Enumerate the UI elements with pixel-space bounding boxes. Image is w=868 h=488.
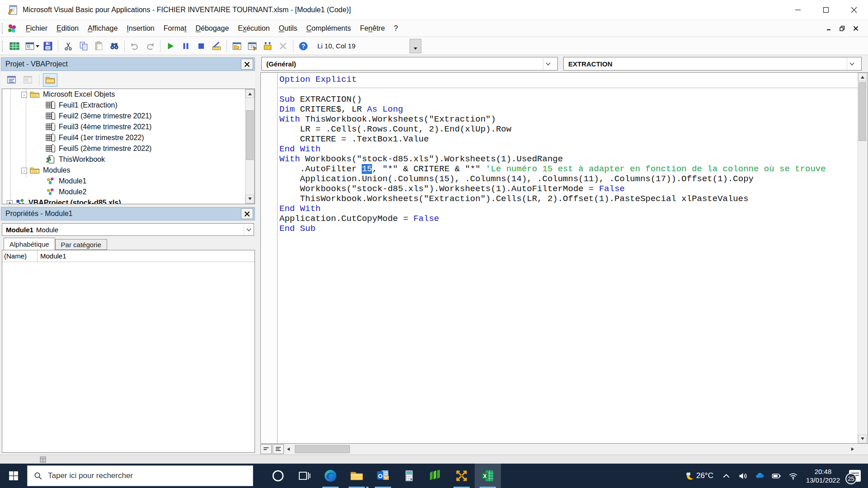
code-vertical-scrollbar[interactable] xyxy=(858,73,868,443)
scroll-up-arrow[interactable] xyxy=(858,73,867,81)
green-app-taskbar-button[interactable] xyxy=(422,464,448,488)
scroll-thumb[interactable] xyxy=(295,445,350,453)
onedrive-icon[interactable] xyxy=(751,464,768,488)
taskbar-clock[interactable]: 20:48 13/01/2022 xyxy=(802,467,844,484)
toolbar-overflow-dropdown[interactable] xyxy=(410,39,421,53)
excel-view-button[interactable] xyxy=(7,39,22,53)
tree-item-feuil3-4-me-trimestre-2021[interactable]: Feuil3 (4ème trimestre 2021) xyxy=(46,122,151,132)
insert-userform-button[interactable] xyxy=(22,39,38,53)
close-button[interactable] xyxy=(840,0,868,20)
code-line[interactable]: With ThisWorkbook.Worksheets("Extraction… xyxy=(279,114,858,124)
code-text[interactable]: Option Explicit Sub EXTRACTION()Dim CRIT… xyxy=(279,75,858,234)
tray-chevron-up-icon[interactable] xyxy=(718,464,735,488)
menu-fichier[interactable]: Fichier xyxy=(21,21,52,36)
code-line[interactable] xyxy=(279,84,858,94)
procedure-combo[interactable]: EXTRACTION xyxy=(563,57,862,70)
code-line[interactable]: CRITERE = .TextBox1.Value xyxy=(279,134,858,144)
break-button[interactable] xyxy=(178,39,193,53)
tree-item-thisworkbook[interactable]: ThisWorkbook xyxy=(46,154,105,165)
view-code-button[interactable] xyxy=(5,73,19,87)
taskbar-search[interactable] xyxy=(27,465,253,486)
code-horizontal-scrollbar[interactable] xyxy=(291,445,848,454)
collapse-box[interactable]: - xyxy=(21,168,27,174)
full-module-view-button[interactable] xyxy=(273,444,284,454)
undo-button[interactable] xyxy=(127,39,142,53)
menu-[interactable]: ? xyxy=(389,21,402,36)
collapse-box[interactable]: - xyxy=(21,92,27,98)
code-line[interactable]: Option Explicit xyxy=(279,75,858,84)
menu-outils[interactable]: Outils xyxy=(274,21,302,36)
toolbar-grip-2[interactable] xyxy=(2,41,4,52)
reset-button[interactable] xyxy=(193,39,209,53)
scroll-down-arrow[interactable] xyxy=(858,435,867,443)
project-panel-header[interactable]: Projet - VBAProject xyxy=(1,57,255,71)
procedure-view-button[interactable] xyxy=(260,444,272,454)
menu-complments[interactable]: Compléments xyxy=(302,21,355,36)
excel-taskbar-taskbar-button[interactable]: X xyxy=(475,464,501,488)
mdi-restore-button[interactable] xyxy=(835,23,849,34)
chevron-down-icon[interactable] xyxy=(847,57,857,70)
code-line[interactable]: End With xyxy=(279,204,858,214)
property-row[interactable]: (Name) Module1 xyxy=(2,250,255,262)
code-editor[interactable]: Option Explicit Sub EXTRACTION()Dim CRIT… xyxy=(260,72,868,444)
copy-button[interactable] xyxy=(76,39,91,53)
weather-icon[interactable] xyxy=(681,464,695,488)
file-explorer-taskbar-button[interactable] xyxy=(344,464,370,488)
help-button[interactable]: ? xyxy=(296,39,311,53)
tree-item-module2[interactable]: Module2 xyxy=(46,187,86,197)
find-button[interactable] xyxy=(107,39,122,53)
start-button[interactable] xyxy=(0,464,27,488)
outlook-taskbar-button[interactable]: O xyxy=(370,464,396,488)
search-input[interactable] xyxy=(48,471,229,480)
tree-item-modules[interactable]: -Modules xyxy=(21,165,70,176)
expand-box[interactable]: + xyxy=(7,200,13,205)
view-object-button[interactable] xyxy=(21,73,35,87)
project-explorer-button[interactable] xyxy=(229,39,245,53)
task-view-taskbar-button[interactable] xyxy=(291,464,317,488)
code-line[interactable]: LR = .Cells(.Rows.Count, 2).End(xlUp).Ro… xyxy=(279,124,858,134)
tree-item-feuil4-1er-trimestre-2022[interactable]: Feuil4 (1er trimestre 2022) xyxy=(46,132,144,143)
dropdown-arrow-icon[interactable] xyxy=(36,45,39,49)
tree-item-feuil1-extraction[interactable]: Feuil1 (Extraction) xyxy=(46,100,118,111)
tab-alphabetique[interactable]: Alphabétique xyxy=(4,238,55,250)
tree-item-vbaproject-stock-d85-xls[interactable]: +VBAProject (stock-d85.xls) xyxy=(7,197,121,204)
object-selector-dropdown[interactable]: Module1 Module xyxy=(2,223,254,236)
scroll-left-arrow[interactable] xyxy=(285,447,291,451)
toggle-folders-button[interactable] xyxy=(43,73,57,87)
scroll-right-arrow[interactable] xyxy=(848,447,857,451)
toolbar-grip[interactable] xyxy=(2,23,4,34)
mdi-close-button[interactable] xyxy=(849,23,863,34)
code-line[interactable]: Application.Union(.Columns(15), .Columns… xyxy=(279,174,858,184)
tree-item-microsoft-excel-objets[interactable]: -Microsoft Excel Objets xyxy=(21,89,115,100)
mdi-minimize-button[interactable] xyxy=(822,23,835,34)
menu-excution[interactable]: Exécution xyxy=(233,21,274,36)
menu-format[interactable]: Format xyxy=(159,21,191,36)
arrows-app-taskbar-button[interactable] xyxy=(448,464,475,488)
tab-par-categorie[interactable]: Par catégorie xyxy=(55,239,107,250)
toolbox-button[interactable] xyxy=(275,39,291,53)
project-tree-scrollbar[interactable] xyxy=(245,89,255,204)
properties-window-button[interactable] xyxy=(245,39,260,53)
volume-icon[interactable] xyxy=(735,464,751,488)
menu-fentre[interactable]: Fenêtre xyxy=(355,21,389,36)
menu-dbogage[interactable]: Débogage xyxy=(191,21,233,36)
chevron-down-icon[interactable] xyxy=(244,224,254,235)
project-panel-close-button[interactable] xyxy=(241,59,253,70)
property-value[interactable]: Module1 xyxy=(38,250,255,262)
edge-taskbar-button[interactable] xyxy=(317,464,344,488)
tree-item-feuil2-3-me-trimestre-2021[interactable]: Feuil2 (3ème trimestre 2021) xyxy=(46,111,151,122)
paste-button[interactable] xyxy=(91,39,107,53)
project-tree[interactable]: -Microsoft Excel ObjetsFeuil1 (Extractio… xyxy=(2,89,255,204)
code-line[interactable]: End With xyxy=(279,144,858,154)
cut-button[interactable] xyxy=(61,39,76,53)
minimize-button[interactable] xyxy=(784,0,812,20)
object-combo[interactable]: (Général) xyxy=(261,57,558,70)
code-line[interactable]: End Sub xyxy=(279,224,858,234)
temperature-label[interactable]: 26°C xyxy=(695,471,718,480)
notification-center-button[interactable]: 25 xyxy=(844,464,865,488)
maximize-button[interactable] xyxy=(812,0,840,20)
code-line[interactable]: Sub EXTRACTION() xyxy=(279,94,858,104)
menu-insertion[interactable]: Insertion xyxy=(122,21,159,36)
properties-panel-close-button[interactable] xyxy=(241,208,253,219)
cortana-taskbar-button[interactable] xyxy=(265,464,291,488)
